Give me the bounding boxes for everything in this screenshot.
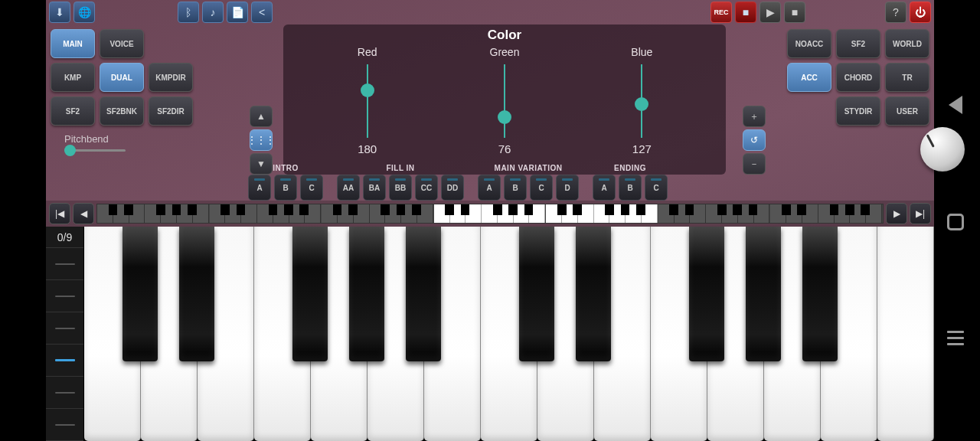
right-btn-user[interactable]: USER <box>885 96 929 126</box>
pitchbend-slider[interactable] <box>64 149 126 152</box>
pitchbend-label: Pitchbend <box>64 133 240 145</box>
seq-group-label: MAIN VARIATION <box>495 164 563 172</box>
black-key[interactable] <box>746 227 781 361</box>
zoom-seg[interactable] <box>46 409 83 441</box>
black-key[interactable] <box>519 227 554 361</box>
black-key[interactable] <box>122 227 158 361</box>
seq-btn-c[interactable]: C <box>300 175 323 201</box>
zoom-seg[interactable] <box>46 248 83 280</box>
next-arrow-icon[interactable]: ▶ <box>886 203 907 224</box>
stop-button[interactable]: ■ <box>784 2 805 23</box>
last-arrow-icon[interactable]: ▶| <box>910 203 931 224</box>
left-btn-kmpdir[interactable]: KMPDIR <box>149 63 193 92</box>
top-toolbar: ⬇ 🌐 ᛒ ♪ 📄 < REC ■ ▶ ■ ? ⏻ <box>46 0 934 24</box>
seq-btn-a[interactable]: A <box>478 175 501 201</box>
seq-btn-b[interactable]: B <box>619 175 642 201</box>
grid-icon[interactable]: ⋮⋮⋮ <box>250 129 273 151</box>
slider-label: Blue <box>631 46 652 58</box>
pitchbend-control: Pitchbend <box>51 133 240 152</box>
slider-track[interactable] <box>367 64 368 138</box>
black-key[interactable] <box>349 227 384 361</box>
right-btn-acc[interactable]: ACC <box>787 63 831 92</box>
right-btn-tr[interactable]: TR <box>885 63 929 92</box>
help-button[interactable]: ? <box>885 2 906 23</box>
power-button[interactable]: ⏻ <box>910 2 931 23</box>
slider-red: Red180 <box>299 46 436 167</box>
left-btn-sf2dir[interactable]: SF2DIR <box>149 96 193 126</box>
right-btn-chord[interactable]: CHORD <box>836 63 880 92</box>
mini-keyboard-row: |◀ ◀ ▶ ▶| <box>46 201 934 227</box>
color-panel: Color Red180Green76Blue127 <box>283 24 726 175</box>
left-panel: MAINVOICEKMPDUALKMPDIRSF2SF2BNKSF2DIR Pi… <box>46 24 245 201</box>
black-key[interactable] <box>576 227 611 361</box>
keyboard-strip: 0/9 <box>46 227 934 441</box>
left-btn-sf2[interactable]: SF2 <box>51 96 95 126</box>
piano-keyboard <box>84 227 934 441</box>
download-icon[interactable]: ⬇ <box>49 2 70 23</box>
seq-group-label: FILL IN <box>386 164 414 172</box>
black-key[interactable] <box>406 227 441 361</box>
black-key[interactable] <box>292 227 328 361</box>
music-note-icon[interactable]: ♪ <box>202 2 224 23</box>
recents-icon[interactable] <box>947 331 964 345</box>
seq-group-intro: INTROABC <box>248 164 323 201</box>
seq-btn-a[interactable]: A <box>593 175 616 201</box>
slider-blue: Blue127 <box>573 46 710 167</box>
first-arrow-icon[interactable]: |◀ <box>49 203 70 224</box>
slider-green: Green76 <box>436 46 573 167</box>
seq-btn-c[interactable]: C <box>530 175 553 201</box>
seq-group-fill-in: FILL INAABABBCCDD <box>337 164 464 201</box>
black-key[interactable] <box>179 227 214 361</box>
seq-group-main-variation: MAIN VARIATIONABCD <box>478 164 579 201</box>
right-btn-world[interactable]: WORLD <box>885 29 929 58</box>
bluetooth-icon[interactable]: ᛒ <box>178 2 199 23</box>
seq-btn-aa[interactable]: AA <box>337 175 360 201</box>
document-icon[interactable]: 📄 <box>227 2 248 23</box>
up-arrow-button[interactable]: ▲ <box>250 106 273 127</box>
zoom-seg[interactable] <box>46 280 83 312</box>
stop-record-button[interactable]: ■ <box>735 2 756 23</box>
play-button[interactable]: ▶ <box>760 2 781 23</box>
seq-btn-a[interactable]: A <box>248 175 271 201</box>
left-btn-voice[interactable]: VOICE <box>100 29 144 58</box>
left-btn-main[interactable]: MAIN <box>51 29 95 58</box>
seq-btn-cc[interactable]: CC <box>415 175 438 201</box>
zoom-seg[interactable] <box>46 312 83 345</box>
mini-keyboard[interactable] <box>96 204 884 224</box>
seq-btn-b[interactable]: B <box>504 175 527 201</box>
minus-button[interactable]: － <box>743 153 766 175</box>
seq-btn-c[interactable]: C <box>645 175 668 201</box>
left-btn-dual[interactable]: DUAL <box>100 63 144 92</box>
prev-arrow-icon[interactable]: ◀ <box>73 203 94 224</box>
back-icon[interactable] <box>949 96 962 114</box>
slider-label: Red <box>358 46 377 58</box>
plus-button[interactable]: ＋ <box>743 106 766 127</box>
right-btn-noacc[interactable]: NOACC <box>787 29 831 58</box>
zoom-seg[interactable] <box>46 377 83 409</box>
slider-track[interactable] <box>504 64 505 138</box>
rec-button[interactable]: REC <box>710 2 732 23</box>
slider-label: Green <box>490 46 520 58</box>
seq-btn-dd[interactable]: DD <box>441 175 464 201</box>
center-panel: Color Red180Green76Blue127 ▲ ⋮⋮⋮ ▼ ＋ ↺ －… <box>245 24 769 201</box>
reset-icon[interactable]: ↺ <box>743 129 766 151</box>
seq-btn-bb[interactable]: BB <box>389 175 412 201</box>
left-btn-sf2bnk[interactable]: SF2BNK <box>100 96 144 126</box>
black-key[interactable] <box>689 227 724 361</box>
seq-btn-d[interactable]: D <box>556 175 579 201</box>
black-key[interactable] <box>802 227 838 361</box>
left-btn-kmp[interactable]: KMP <box>51 63 95 92</box>
globe-icon[interactable]: 🌐 <box>74 2 95 23</box>
right-btn-sf2[interactable]: SF2 <box>836 29 880 58</box>
color-title: Color <box>299 28 710 43</box>
slider-value: 127 <box>632 142 652 155</box>
seq-btn-ba[interactable]: BA <box>363 175 386 201</box>
home-icon[interactable] <box>947 214 964 230</box>
share-icon[interactable]: < <box>251 2 273 23</box>
zoom-seg[interactable] <box>46 345 83 377</box>
seq-btn-b[interactable]: B <box>274 175 297 201</box>
right-btn-stydir[interactable]: STYDIR <box>836 96 880 126</box>
zoom-column: 0/9 <box>46 227 84 441</box>
system-nav-bar <box>940 0 971 441</box>
slider-track[interactable] <box>641 64 642 138</box>
